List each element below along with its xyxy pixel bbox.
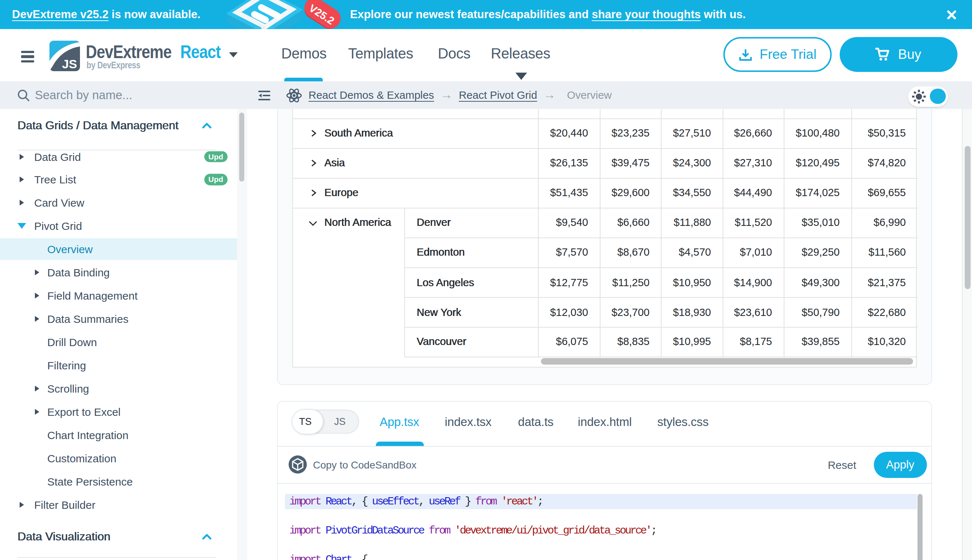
svg-text:JS: JS xyxy=(62,57,77,71)
